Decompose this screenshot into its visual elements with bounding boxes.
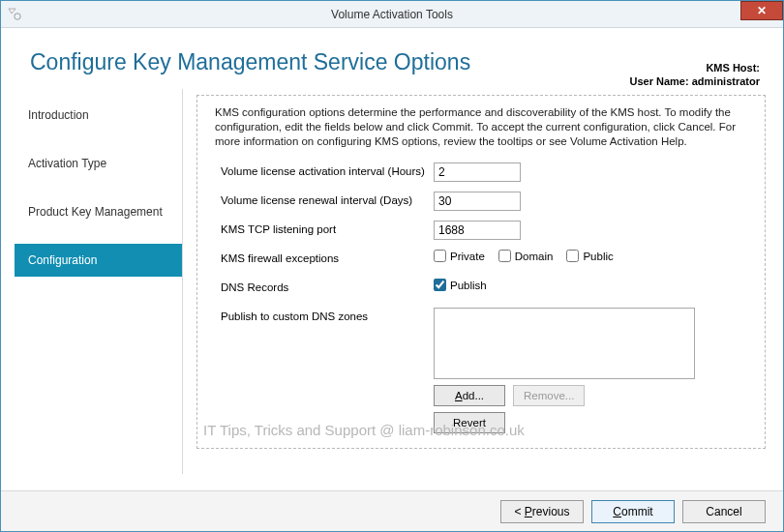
firewall-label: KMS firewall exceptions bbox=[221, 250, 434, 264]
cancel-button[interactable]: Cancel bbox=[682, 500, 766, 523]
firewall-private-input[interactable] bbox=[434, 250, 446, 262]
body: Introduction Activation Type Product Key… bbox=[1, 89, 783, 474]
window-title: Volume Activation Tools bbox=[1, 8, 783, 21]
sidebar-item-configuration[interactable]: Configuration bbox=[15, 244, 182, 277]
config-panel: KMS configuration options determine the … bbox=[196, 95, 766, 449]
main-area: KMS configuration options determine the … bbox=[183, 89, 783, 474]
revert-button[interactable]: Revert bbox=[434, 412, 505, 433]
intro-text: KMS configuration options determine the … bbox=[215, 105, 747, 149]
firewall-domain-label: Domain bbox=[515, 251, 554, 262]
dns-publish-input[interactable] bbox=[434, 279, 446, 291]
page-header: Configure Key Management Service Options… bbox=[1, 28, 783, 89]
firewall-domain-input[interactable] bbox=[498, 250, 511, 262]
tcp-port-label: KMS TCP listening port bbox=[221, 221, 434, 235]
custom-zones-label: Publish to custom DNS zones bbox=[221, 308, 434, 322]
remove-button[interactable]: Remove... bbox=[513, 385, 585, 406]
user-value: administrator bbox=[692, 75, 760, 87]
window-frame: Volume Activation Tools ✕ Configure Key … bbox=[0, 0, 784, 532]
sidebar-item-label: Activation Type bbox=[28, 157, 106, 170]
sidebar-item-activation-type[interactable]: Activation Type bbox=[15, 147, 182, 180]
close-button[interactable]: ✕ bbox=[740, 1, 783, 20]
chevron-left-icon: < bbox=[514, 505, 524, 518]
sidebar-item-label: Product Key Management bbox=[28, 205, 163, 219]
kms-host-label: KMS Host: bbox=[706, 62, 760, 74]
sidebar-item-product-key-management[interactable]: Product Key Management bbox=[15, 195, 182, 228]
user-label: User Name: bbox=[630, 75, 689, 87]
firewall-public-input[interactable] bbox=[566, 250, 579, 262]
renewal-interval-label: Volume license renewal interval (Days) bbox=[221, 192, 434, 206]
firewall-private-label: Private bbox=[450, 251, 485, 262]
renewal-interval-input[interactable] bbox=[434, 192, 521, 211]
app-icon bbox=[7, 7, 22, 22]
activation-interval-label: Volume license activation interval (Hour… bbox=[221, 163, 434, 177]
close-icon: ✕ bbox=[757, 4, 767, 17]
dns-publish-checkbox[interactable]: Publish bbox=[434, 279, 487, 291]
custom-zones-list[interactable] bbox=[434, 308, 695, 379]
sidebar-item-label: Introduction bbox=[28, 108, 89, 122]
titlebar: Volume Activation Tools ✕ bbox=[1, 1, 783, 28]
add-button[interactable]: Add... bbox=[434, 385, 505, 406]
dns-publish-label: Publish bbox=[450, 280, 487, 291]
previous-button[interactable]: < Previous bbox=[500, 500, 584, 523]
dns-label: DNS Records bbox=[221, 279, 434, 293]
tcp-port-input[interactable] bbox=[434, 221, 521, 240]
add-button-rest: dd... bbox=[463, 390, 484, 401]
activation-interval-input[interactable] bbox=[434, 163, 521, 182]
firewall-public-label: Public bbox=[583, 251, 613, 262]
form-table: Volume license activation interval (Hour… bbox=[221, 163, 747, 433]
firewall-public-checkbox[interactable]: Public bbox=[566, 250, 613, 262]
svg-point-0 bbox=[15, 13, 20, 18]
firewall-private-checkbox[interactable]: Private bbox=[434, 250, 485, 262]
sidebar-item-label: Configuration bbox=[28, 253, 97, 267]
sidebar-item-introduction[interactable]: Introduction bbox=[15, 99, 182, 132]
wizard-footer: < Previous Commit Cancel bbox=[1, 490, 783, 531]
firewall-domain-checkbox[interactable]: Domain bbox=[498, 250, 554, 262]
header-meta: KMS Host: User Name: administrator bbox=[630, 61, 761, 88]
sidebar: Introduction Activation Type Product Key… bbox=[15, 89, 183, 474]
commit-button[interactable]: Commit bbox=[591, 500, 675, 523]
